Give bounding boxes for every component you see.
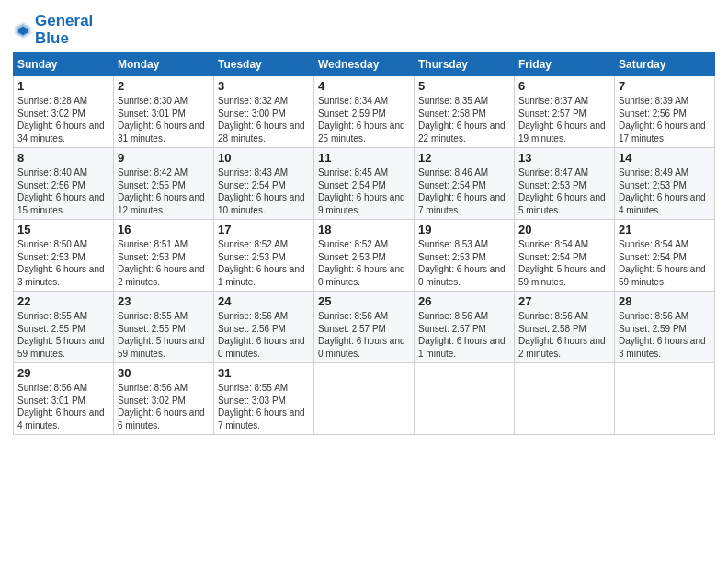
day-number: 1 [17,79,109,93]
calendar-cell: 15Sunrise: 8:50 AMSunset: 2:53 PMDayligh… [14,220,114,292]
day-info: Sunrise: 8:34 AMSunset: 2:59 PMDaylight:… [318,95,410,144]
day-info: Sunrise: 8:39 AMSunset: 2:56 PMDaylight:… [619,95,711,144]
day-number: 23 [118,294,210,308]
calendar-cell: 7Sunrise: 8:39 AMSunset: 2:56 PMDaylight… [615,76,715,148]
day-number: 7 [619,79,711,93]
calendar-cell: 17Sunrise: 8:52 AMSunset: 2:53 PMDayligh… [214,220,314,292]
calendar-cell: 26Sunrise: 8:56 AMSunset: 2:57 PMDayligh… [415,292,515,363]
day-number: 18 [318,223,410,236]
day-info: Sunrise: 8:56 AMSunset: 2:58 PMDaylight:… [518,310,610,360]
weekday-header-row: SundayMondayTuesdayWednesdayThursdayFrid… [14,53,715,76]
calendar-cell [515,363,615,435]
calendar-cell: 12Sunrise: 8:46 AMSunset: 2:54 PMDayligh… [415,148,515,220]
calendar-body: 1Sunrise: 8:28 AMSunset: 3:02 PMDaylight… [14,76,715,435]
day-info: Sunrise: 8:32 AMSunset: 3:00 PMDaylight:… [218,95,310,144]
day-info: Sunrise: 8:55 AMSunset: 2:55 PMDaylight:… [17,310,109,360]
day-info: Sunrise: 8:56 AMSunset: 3:02 PMDaylight:… [118,382,210,431]
day-number: 17 [218,223,310,236]
day-info: Sunrise: 8:56 AMSunset: 2:56 PMDaylight:… [218,310,310,360]
calendar-cell: 24Sunrise: 8:56 AMSunset: 2:56 PMDayligh… [214,292,314,363]
day-number: 30 [118,366,210,380]
day-number: 12 [418,151,510,165]
calendar-week-row: 22Sunrise: 8:55 AMSunset: 2:55 PMDayligh… [14,292,715,363]
calendar-cell: 21Sunrise: 8:54 AMSunset: 2:54 PMDayligh… [615,220,715,292]
calendar-cell: 25Sunrise: 8:56 AMSunset: 2:57 PMDayligh… [314,292,415,363]
day-number: 24 [218,294,310,308]
day-info: Sunrise: 8:51 AMSunset: 2:53 PMDaylight:… [118,238,210,288]
calendar-cell: 31Sunrise: 8:55 AMSunset: 3:03 PMDayligh… [214,363,314,435]
day-info: Sunrise: 8:50 AMSunset: 2:53 PMDaylight:… [17,238,109,288]
calendar-week-row: 29Sunrise: 8:56 AMSunset: 3:01 PMDayligh… [14,363,715,435]
day-number: 6 [518,79,610,93]
day-number: 15 [17,223,109,236]
day-info: Sunrise: 8:54 AMSunset: 2:54 PMDaylight:… [518,238,610,288]
weekday-header-wednesday: Wednesday [314,53,415,76]
logo-text: General Blue [35,13,93,47]
day-info: Sunrise: 8:56 AMSunset: 2:57 PMDaylight:… [318,310,410,360]
calendar-cell [615,363,715,435]
day-number: 8 [17,151,109,165]
calendar-cell: 10Sunrise: 8:43 AMSunset: 2:54 PMDayligh… [214,148,314,220]
calendar-week-row: 8Sunrise: 8:40 AMSunset: 2:56 PMDaylight… [14,148,715,220]
day-number: 25 [318,294,410,308]
calendar-cell: 11Sunrise: 8:45 AMSunset: 2:54 PMDayligh… [314,148,415,220]
day-info: Sunrise: 8:42 AMSunset: 2:55 PMDaylight:… [118,167,210,216]
header: General Blue [13,9,715,47]
day-number: 3 [218,79,310,93]
weekday-header-thursday: Thursday [415,53,515,76]
calendar-cell: 3Sunrise: 8:32 AMSunset: 3:00 PMDaylight… [214,76,314,148]
day-info: Sunrise: 8:30 AMSunset: 3:01 PMDaylight:… [118,95,210,144]
day-info: Sunrise: 8:53 AMSunset: 2:53 PMDaylight:… [418,238,510,288]
calendar-cell: 4Sunrise: 8:34 AMSunset: 2:59 PMDaylight… [314,76,415,148]
logo-icon [13,20,33,40]
calendar-cell: 13Sunrise: 8:47 AMSunset: 2:53 PMDayligh… [515,148,615,220]
day-number: 11 [318,151,410,165]
calendar-cell: 23Sunrise: 8:55 AMSunset: 2:55 PMDayligh… [114,292,214,363]
calendar-cell [314,363,415,435]
day-info: Sunrise: 8:43 AMSunset: 2:54 PMDaylight:… [218,167,310,216]
day-info: Sunrise: 8:45 AMSunset: 2:54 PMDaylight:… [318,167,410,216]
day-number: 22 [17,294,109,308]
day-info: Sunrise: 8:56 AMSunset: 2:59 PMDaylight:… [619,310,711,360]
calendar-cell: 2Sunrise: 8:30 AMSunset: 3:01 PMDaylight… [114,76,214,148]
day-number: 21 [619,223,711,236]
day-info: Sunrise: 8:52 AMSunset: 2:53 PMDaylight:… [318,238,410,288]
weekday-header-saturday: Saturday [615,53,715,76]
day-info: Sunrise: 8:47 AMSunset: 2:53 PMDaylight:… [518,167,610,216]
day-number: 5 [418,79,510,93]
weekday-header-sunday: Sunday [14,53,114,76]
calendar-header: SundayMondayTuesdayWednesdayThursdayFrid… [14,53,715,76]
day-info: Sunrise: 8:56 AMSunset: 3:01 PMDaylight:… [17,382,109,431]
day-info: Sunrise: 8:40 AMSunset: 2:56 PMDaylight:… [17,167,109,216]
calendar-cell: 6Sunrise: 8:37 AMSunset: 2:57 PMDaylight… [515,76,615,148]
day-info: Sunrise: 8:49 AMSunset: 2:53 PMDaylight:… [619,167,711,216]
calendar-cell: 20Sunrise: 8:54 AMSunset: 2:54 PMDayligh… [515,220,615,292]
day-info: Sunrise: 8:28 AMSunset: 3:02 PMDaylight:… [17,95,109,144]
day-number: 14 [619,151,711,165]
calendar-cell: 22Sunrise: 8:55 AMSunset: 2:55 PMDayligh… [14,292,114,363]
calendar-cell: 28Sunrise: 8:56 AMSunset: 2:59 PMDayligh… [615,292,715,363]
calendar-cell: 5Sunrise: 8:35 AMSunset: 2:58 PMDaylight… [415,76,515,148]
day-number: 16 [118,223,210,236]
day-number: 31 [218,366,310,380]
calendar-cell [415,363,515,435]
calendar-cell: 30Sunrise: 8:56 AMSunset: 3:02 PMDayligh… [114,363,214,435]
day-info: Sunrise: 8:56 AMSunset: 2:57 PMDaylight:… [418,310,510,360]
day-info: Sunrise: 8:37 AMSunset: 2:57 PMDaylight:… [518,95,610,144]
day-number: 13 [518,151,610,165]
weekday-header-monday: Monday [114,53,214,76]
day-info: Sunrise: 8:55 AMSunset: 2:55 PMDaylight:… [118,310,210,360]
calendar-cell: 8Sunrise: 8:40 AMSunset: 2:56 PMDaylight… [14,148,114,220]
day-number: 20 [518,223,610,236]
day-info: Sunrise: 8:52 AMSunset: 2:53 PMDaylight:… [218,238,310,288]
calendar-cell: 16Sunrise: 8:51 AMSunset: 2:53 PMDayligh… [114,220,214,292]
calendar-cell: 14Sunrise: 8:49 AMSunset: 2:53 PMDayligh… [615,148,715,220]
day-info: Sunrise: 8:55 AMSunset: 3:03 PMDaylight:… [218,382,310,431]
calendar-cell: 19Sunrise: 8:53 AMSunset: 2:53 PMDayligh… [415,220,515,292]
calendar-table: SundayMondayTuesdayWednesdayThursdayFrid… [13,52,715,435]
day-number: 9 [118,151,210,165]
calendar-cell: 18Sunrise: 8:52 AMSunset: 2:53 PMDayligh… [314,220,415,292]
weekday-header-friday: Friday [515,53,615,76]
calendar-cell: 1Sunrise: 8:28 AMSunset: 3:02 PMDaylight… [14,76,114,148]
calendar-cell: 9Sunrise: 8:42 AMSunset: 2:55 PMDaylight… [114,148,214,220]
